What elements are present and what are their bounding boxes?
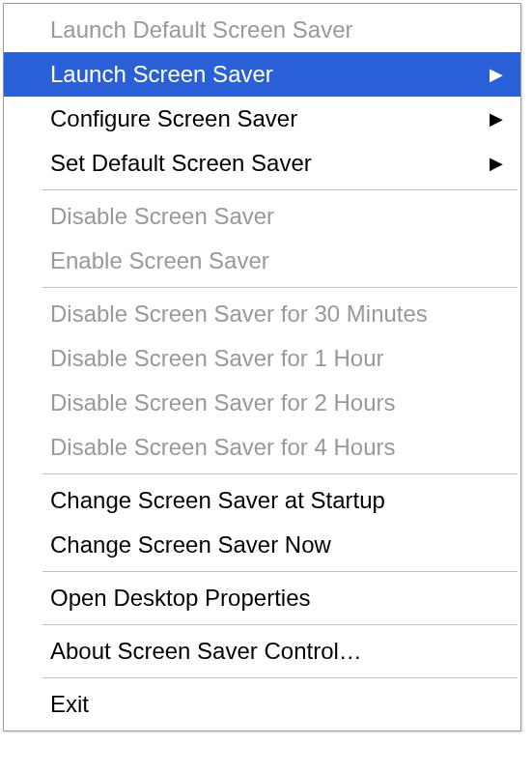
menu-item-disable-screen-saver: Disable Screen Saver xyxy=(4,194,520,239)
menu-item-label: Disable Screen Saver for 4 Hours xyxy=(50,430,503,465)
context-menu: Launch Default Screen Saver Launch Scree… xyxy=(3,3,521,731)
menu-item-label: Change Screen Saver at Startup xyxy=(50,483,503,518)
menu-item-label: About Screen Saver Control… xyxy=(50,634,503,669)
menu-item-disable-4-hours: Disable Screen Saver for 4 Hours xyxy=(4,425,520,470)
menu-item-change-now[interactable]: Change Screen Saver Now xyxy=(4,523,520,567)
menu-separator xyxy=(42,571,518,572)
menu-item-exit[interactable]: Exit xyxy=(4,682,520,727)
submenu-arrow-icon: ▶ xyxy=(490,155,503,172)
menu-item-enable-screen-saver: Enable Screen Saver xyxy=(4,239,520,283)
menu-item-label: Launch Screen Saver xyxy=(50,57,480,92)
menu-item-open-desktop-properties[interactable]: Open Desktop Properties xyxy=(4,576,520,620)
menu-separator xyxy=(42,624,518,625)
menu-item-label: Open Desktop Properties xyxy=(50,581,503,616)
menu-item-label: Disable Screen Saver xyxy=(50,199,503,234)
menu-item-label: Enable Screen Saver xyxy=(50,243,503,278)
menu-item-set-default-screen-saver[interactable]: Set Default Screen Saver ▶ xyxy=(4,141,520,186)
menu-item-label: Set Default Screen Saver xyxy=(50,146,480,181)
menu-item-disable-1-hour: Disable Screen Saver for 1 Hour xyxy=(4,336,520,381)
menu-item-configure-screen-saver[interactable]: Configure Screen Saver ▶ xyxy=(4,97,520,141)
menu-separator xyxy=(42,287,518,288)
menu-separator xyxy=(42,473,518,474)
menu-item-label: Disable Screen Saver for 1 Hour xyxy=(50,341,503,376)
menu-item-label: Exit xyxy=(50,687,503,722)
menu-item-disable-30-minutes: Disable Screen Saver for 30 Minutes xyxy=(4,292,520,336)
menu-item-label: Disable Screen Saver for 30 Minutes xyxy=(50,297,503,331)
menu-item-label: Disable Screen Saver for 2 Hours xyxy=(50,386,503,420)
menu-item-about[interactable]: About Screen Saver Control… xyxy=(4,629,520,673)
menu-item-launch-default-screen-saver: Launch Default Screen Saver xyxy=(4,8,520,52)
menu-item-launch-screen-saver[interactable]: Launch Screen Saver ▶ xyxy=(4,52,520,97)
menu-item-change-at-startup[interactable]: Change Screen Saver at Startup xyxy=(4,478,520,523)
submenu-arrow-icon: ▶ xyxy=(490,110,503,128)
submenu-arrow-icon: ▶ xyxy=(490,66,503,83)
menu-item-label: Launch Default Screen Saver xyxy=(50,13,503,47)
menu-separator xyxy=(42,677,518,678)
menu-item-label: Change Screen Saver Now xyxy=(50,528,503,562)
menu-separator xyxy=(42,189,518,190)
menu-item-label: Configure Screen Saver xyxy=(50,101,480,136)
menu-item-disable-2-hours: Disable Screen Saver for 2 Hours xyxy=(4,381,520,425)
